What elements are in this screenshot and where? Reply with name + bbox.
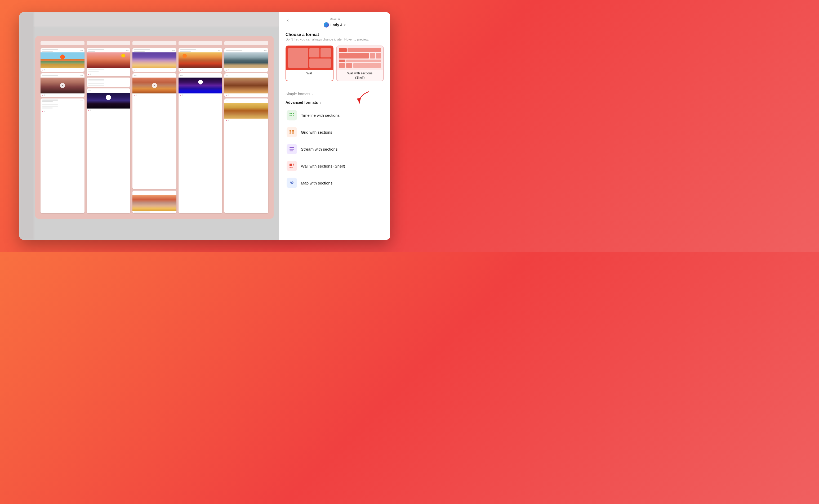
wall-sections-label: Wall with sections(Shelf) xyxy=(337,70,383,81)
svg-rect-16 xyxy=(293,165,294,166)
card-2: ⋯ ▶ ♥ 3 xyxy=(41,73,84,97)
svg-rect-3 xyxy=(293,113,294,114)
user-name: Lady J xyxy=(330,23,342,27)
format-item-stream[interactable]: Stream with sections xyxy=(283,141,386,157)
col-header-2 xyxy=(87,41,131,45)
format-item-map[interactable]: Map with sections xyxy=(283,174,386,191)
wall-cell-2 xyxy=(320,48,330,57)
svg-rect-12 xyxy=(289,149,294,150)
cards-col-1: ⋯ ♥ 2 ⋯ xyxy=(41,48,84,213)
card-image-14 xyxy=(224,103,268,119)
format-preview-wall-sections[interactable]: Wall with sections(Shelf) xyxy=(336,46,384,81)
format-title: Choose a format xyxy=(285,32,384,37)
app-window: ⋯ ♥ 2 ⋯ xyxy=(19,12,390,240)
col-header-3 xyxy=(132,41,176,45)
make-in-label: Make in xyxy=(329,17,340,21)
cards-col-3: ⋯ ♥ 1 ⋯ ▶ xyxy=(132,48,176,213)
card-6: ⋯ ♥ 2 xyxy=(87,88,131,213)
svg-rect-11 xyxy=(289,147,294,148)
stream-icon-wrap xyxy=(286,144,297,154)
card-image-7 xyxy=(132,52,176,68)
simple-formats-arrow: › xyxy=(312,93,312,96)
chevron-down-icon: ∨ xyxy=(344,24,346,26)
map-label: Map with sections xyxy=(301,181,332,185)
wall-cell-tall xyxy=(288,48,308,68)
svg-rect-10 xyxy=(292,132,294,134)
cards-grid: ⋯ ♥ 2 ⋯ xyxy=(41,48,268,213)
format-section: Choose a format Don't fret, you can alwa… xyxy=(279,32,390,90)
format-item-wall-shelf[interactable]: Wall with sections (Shelf) xyxy=(283,157,386,174)
column-headers xyxy=(41,41,268,45)
cards-col-2: ⋯ ♥ 2 xyxy=(87,48,131,213)
close-button[interactable]: × xyxy=(284,17,291,24)
cards-col-5: ⋯ ♥ 2 ⋯ ♥ xyxy=(224,48,268,213)
map-icon xyxy=(289,180,295,186)
svg-rect-5 xyxy=(291,115,292,116)
panel-header: × Make in 🌐 Lady J ∨ xyxy=(279,12,390,32)
wall-cell-wide xyxy=(309,59,330,68)
user-selector[interactable]: 🌐 Lady J ∨ xyxy=(322,22,347,28)
format-preview-wall[interactable]: Wall xyxy=(285,46,333,81)
card-9: ⋯ xyxy=(132,191,176,213)
card-image-2: ▶ xyxy=(41,78,84,93)
svg-rect-17 xyxy=(289,167,291,168)
col-header-5 xyxy=(224,41,268,45)
play-button[interactable]: ▶ xyxy=(60,83,65,88)
format-item-timeline[interactable]: Timeline with sections xyxy=(283,107,386,124)
boards-preview-area: ⋯ ♥ 2 ⋯ xyxy=(35,36,274,219)
format-list: Timeline with sections Grid with section… xyxy=(279,107,390,191)
svg-rect-1 xyxy=(289,113,290,114)
timeline-label: Timeline with sections xyxy=(301,113,339,118)
card-11: ⋯ ♥ 2 xyxy=(178,73,222,213)
wall-label: Wall xyxy=(286,70,333,77)
card-12: ⋯ ♥ 2 xyxy=(224,48,268,72)
card-image-9 xyxy=(132,195,176,211)
grid-icon xyxy=(289,129,295,135)
card-image-12 xyxy=(224,52,268,68)
advanced-formats-divider: Advanced formats ∨ xyxy=(279,98,390,107)
card-image-1 xyxy=(41,52,84,68)
advanced-formats-chevron: ∨ xyxy=(319,101,321,104)
svg-rect-18 xyxy=(291,167,293,168)
play-button-2[interactable]: ▶ xyxy=(152,83,157,88)
map-icon-wrap xyxy=(286,178,297,188)
wall-shelf-label: Wall with sections (Shelf) xyxy=(301,164,345,168)
card-13: ⋯ ♥ 2 xyxy=(224,73,268,97)
col-header-4 xyxy=(178,41,222,45)
stream-icon xyxy=(289,146,295,152)
svg-rect-8 xyxy=(292,130,294,132)
wall-sections-preview-image xyxy=(337,46,383,70)
simple-formats-divider: Simple formats › xyxy=(279,90,390,98)
card-5: ⋯ xyxy=(87,78,131,87)
card-image-4 xyxy=(87,52,131,68)
svg-rect-2 xyxy=(291,113,292,114)
avatar: 🌐 xyxy=(324,22,329,28)
svg-rect-13 xyxy=(289,150,293,151)
card-7: ⋯ ♥ 1 xyxy=(132,48,176,72)
col-header-1 xyxy=(41,41,84,45)
format-item-grid[interactable]: Grid with sections xyxy=(283,124,386,141)
svg-rect-6 xyxy=(293,115,294,116)
svg-rect-15 xyxy=(293,164,294,165)
svg-rect-7 xyxy=(289,130,291,132)
card-8: ⋯ ▶ ♥ 5 xyxy=(132,73,176,189)
svg-point-20 xyxy=(291,182,292,183)
card-image-8: ▶ xyxy=(132,78,176,93)
simple-formats-link[interactable]: Simple formats xyxy=(285,92,310,96)
card-4: ⋯ ♥ 2 xyxy=(87,48,131,76)
wall-shelf-icon-wrap xyxy=(286,161,297,171)
grid-label: Grid with sections xyxy=(301,130,332,134)
wall-preview-image xyxy=(286,46,333,70)
card-10: ⋯ ♥ 7 xyxy=(178,48,222,72)
timeline-icon xyxy=(289,112,295,118)
svg-rect-14 xyxy=(289,164,292,166)
advanced-formats-label: Advanced formats xyxy=(285,100,318,105)
card-image-6 xyxy=(87,93,131,109)
svg-rect-9 xyxy=(289,132,291,134)
bg-header xyxy=(34,12,279,27)
wall-shelf-icon xyxy=(289,163,295,169)
card-image-11 xyxy=(178,78,222,93)
right-panel: × Make in 🌐 Lady J ∨ Choose a format Don… xyxy=(279,12,390,240)
wall-cell-1 xyxy=(309,48,319,57)
card-3: ⋯ ♥ 1 xyxy=(41,98,84,213)
